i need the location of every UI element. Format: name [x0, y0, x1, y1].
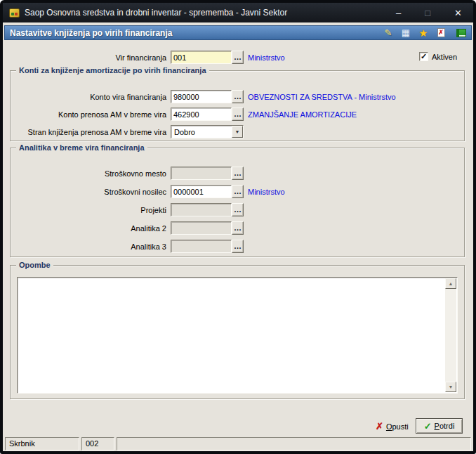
konto-vira-row: Konto vira financiranja … OBVEZNOSTI ZA … [3, 90, 396, 103]
analitika-3-label: Analitika 3 [3, 242, 171, 251]
green-book-icon[interactable] [456, 29, 466, 37]
vir-financiranja-lookup-button[interactable]: … [232, 51, 244, 64]
scroll-up-icon[interactable]: ▲ [445, 278, 456, 289]
vir-financiranja-desc: Ministrstvo [248, 53, 285, 62]
konto-prenosa-desc: ZMANJŠANJE AMORTIZACIJE [248, 110, 357, 119]
window-frame: Saop Osnovna sredstva in drobni inventar… [0, 0, 476, 454]
projekti-lookup-button[interactable]: … [232, 203, 244, 216]
stroskovni-nosilec-lookup-button[interactable]: … [232, 185, 244, 198]
stroskovno-mesto-input[interactable] [171, 167, 232, 180]
analitika-2-row: Analitika 2 … [3, 221, 248, 235]
cancel-x-icon: ✗ [376, 422, 383, 431]
document-shape: ✗ [437, 28, 445, 37]
vir-financiranja-row: Vir financiranja … Ministrstvo [3, 51, 285, 64]
confirm-check-icon: ✓ [424, 422, 432, 431]
scroll-down-icon[interactable]: ▼ [445, 382, 456, 392]
status-code: 002 [81, 437, 114, 450]
window-title: Saop Osnovna sredstva in drobni inventar… [25, 8, 287, 18]
opusti-button[interactable]: ✗ Opusti [373, 419, 411, 434]
stran-knjizenja-row: Stran knjiženja prenosa AM v breme vira … [3, 125, 244, 138]
dropdown-arrow-icon[interactable]: ▼ [232, 126, 243, 138]
analitika-2-lookup-button[interactable]: … [232, 221, 244, 235]
vir-financiranja-label: Vir financiranja [3, 53, 171, 62]
document-red-x-icon[interactable]: ✗ [435, 27, 447, 39]
opusti-button-label: Opusti [386, 422, 409, 431]
analitika-3-input[interactable] [171, 240, 232, 253]
aktiven-label: Aktiven [432, 53, 457, 61]
opombe-textarea[interactable] [19, 279, 444, 391]
group-konti-title: Konti za knjiženje amortizacije po virih… [16, 65, 209, 76]
status-info [117, 437, 471, 450]
header-toolbar: ✎ ▦ ★ ✗ [383, 27, 466, 39]
stroskovni-nosilec-input[interactable] [171, 185, 232, 198]
stran-knjizenja-dropdown[interactable]: Dobro ▼ [171, 125, 244, 138]
titlebar: Saop Osnovna sredstva in drobni inventar… [3, 3, 473, 22]
stroskovno-mesto-label: Stroškovno mesto [3, 169, 171, 178]
page-title: Nastavitve knjiženja po virih financiran… [10, 28, 172, 38]
konto-vira-desc: OBVEZNOSTI ZA SREDSTVA - Ministrstvo [248, 93, 396, 101]
app-icon [9, 8, 20, 18]
analitika-3-row: Analitika 3 … [3, 240, 248, 253]
konto-prenosa-label: Konto prenosa AM v breme vira [3, 110, 171, 119]
konto-vira-lookup-button[interactable]: … [232, 90, 244, 103]
stran-knjizenja-value: Dobro [171, 128, 232, 136]
analitika-2-label: Analitika 2 [3, 224, 171, 233]
konto-prenosa-lookup-button[interactable]: … [232, 108, 244, 121]
group-analitika-title: Analitika v breme vira financiranja [16, 143, 147, 153]
konto-prenosa-row: Konto prenosa AM v breme vira … ZMANJŠAN… [3, 108, 357, 121]
konto-prenosa-input[interactable] [171, 108, 232, 121]
window-controls: – □ ✕ [396, 8, 473, 18]
checkmark-icon: ✓ [421, 53, 427, 60]
memo-scrollbar[interactable]: ▲ ▼ [445, 278, 456, 392]
opombe-memo-wrap: ▲ ▼ [17, 277, 458, 394]
aktiven-checkbox-row: ✓ Aktiven [419, 52, 457, 61]
edit-icon[interactable]: ✎ [383, 27, 394, 39]
vir-financiranja-input[interactable] [171, 51, 232, 64]
analitika-3-lookup-button[interactable]: … [232, 240, 244, 253]
stroskovno-mesto-row: Stroškovno mesto … [3, 167, 248, 180]
stroskovni-nosilec-desc: Ministrstvo [248, 188, 285, 196]
status-user: Skrbnik [5, 437, 79, 450]
projekti-input[interactable] [171, 203, 232, 216]
red-x-glyph: ✗ [438, 30, 444, 36]
konto-vira-input[interactable] [171, 90, 232, 103]
projekti-label: Projekti [3, 206, 171, 214]
group-opombe-title: Opombe [16, 260, 53, 271]
stroskovni-nosilec-row: Stroškovni nosilec … Ministrstvo [3, 185, 285, 198]
potrdi-button[interactable]: ✓ Potrdi [416, 418, 463, 434]
minimize-icon[interactable]: – [396, 8, 401, 18]
maximize-icon[interactable]: □ [425, 8, 430, 18]
header-bar: Nastavitve knjiženja po virih financiran… [4, 25, 472, 40]
close-icon[interactable]: ✕ [454, 8, 462, 18]
aktiven-checkbox[interactable]: ✓ [419, 52, 428, 61]
analitika-2-input[interactable] [171, 221, 232, 235]
favorites-star-icon[interactable]: ★ [418, 27, 429, 39]
window: Saop Osnovna sredstva in drobni inventar… [3, 3, 473, 451]
projekti-row: Projekti … [3, 203, 248, 216]
potrdi-button-label: Potrdi [435, 422, 455, 430]
grid-icon[interactable]: ▦ [400, 27, 411, 39]
stroskovni-nosilec-label: Stroškovni nosilec [3, 188, 171, 196]
stroskovno-mesto-lookup-button[interactable]: … [232, 167, 244, 180]
konto-vira-label: Konto vira financiranja [3, 93, 171, 101]
stran-knjizenja-label: Stran knjiženja prenosa AM v breme vira [3, 128, 171, 136]
